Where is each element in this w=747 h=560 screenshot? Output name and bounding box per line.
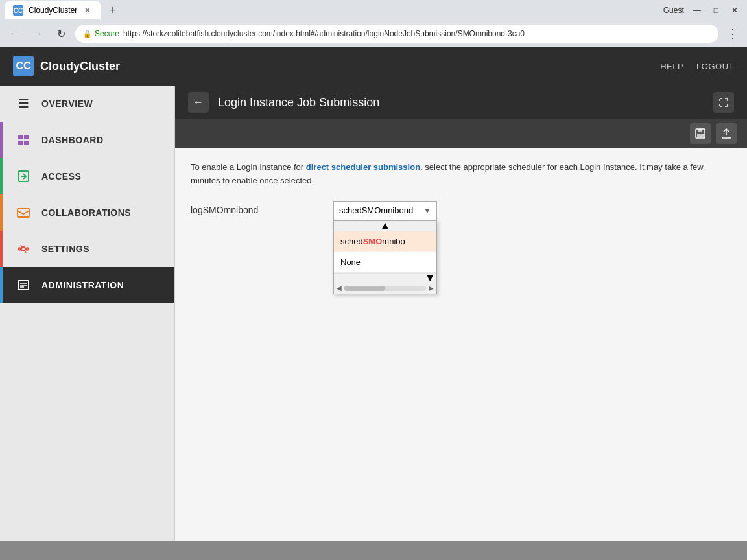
url-text: https://storkzeolitebatfish.cloudycluste… (123, 29, 525, 38)
address-bar: ← → ↻ 🔒 Secure https://storkzeolitebatfi… (0, 21, 747, 47)
instance-row: logSMOmnibond schedSMOmnibond ▼ ▲ schedS… (191, 201, 731, 220)
sidebar-item-label-administration: ADMINISTRATION (42, 280, 124, 290)
back-button[interactable]: ← (5, 25, 23, 43)
dashboard-icon (16, 132, 31, 148)
sidebar-item-settings[interactable]: SETTINGS (0, 231, 174, 267)
dropdown-arrow-icon: ▼ (423, 206, 431, 215)
scroll-left-icon[interactable]: ◀ (337, 285, 342, 292)
secure-badge: 🔒 Secure (83, 29, 119, 38)
upload-button[interactable] (716, 123, 737, 144)
help-link[interactable]: HELP (660, 62, 683, 71)
settings-icon (16, 241, 31, 257)
svg-rect-11 (698, 129, 702, 132)
main-layout: ☰ OVERVIEW DASHBOARD (0, 86, 747, 541)
nav-links: HELP LOGOUT (660, 62, 734, 71)
browser-tab[interactable]: CC CloudyCluster ✕ (5, 1, 101, 19)
scroll-down-button[interactable]: ▼ (334, 273, 436, 283)
sidebar-item-label-dashboard: DASHBOARD (42, 135, 104, 145)
secure-label: Secure (95, 29, 119, 38)
forward-button[interactable]: → (29, 25, 47, 43)
access-icon (16, 169, 31, 184)
svg-rect-3 (24, 141, 29, 145)
dropdown-popup: ▲ schedSMOmnibo None ▼ (333, 220, 437, 294)
logout-link[interactable]: LOGOUT (696, 62, 734, 71)
tab-title: CloudyCluster (29, 6, 77, 15)
sidebar-item-label-settings: SETTINGS (42, 244, 89, 254)
top-navbar: CC CloudyCluster HELP LOGOUT (0, 47, 747, 86)
title-bar: CC CloudyCluster ✕ + Guest — □ ✕ (0, 0, 747, 21)
new-tab-button[interactable]: + (103, 1, 121, 19)
toolbar (175, 119, 747, 148)
sidebar-item-label-collaborations: COLLABORATIONS (42, 207, 131, 218)
svg-rect-0 (18, 135, 23, 139)
dropdown-input[interactable]: schedSMOmnibond ▼ (333, 201, 437, 220)
scroll-down-icon: ▼ (425, 272, 435, 284)
svg-point-6 (21, 247, 25, 251)
scroll-right-icon[interactable]: ▶ (429, 285, 434, 292)
tab-favicon: CC (13, 5, 23, 16)
dropdown-option-sched[interactable]: schedSMOmnibo (334, 231, 436, 252)
dropdown-option-none[interactable]: None (334, 252, 436, 273)
svg-rect-5 (18, 209, 29, 217)
sidebar-item-overview[interactable]: ☰ OVERVIEW (0, 86, 174, 122)
sidebar: ☰ OVERVIEW DASHBOARD (0, 86, 175, 541)
highlight-smo: SMO (363, 237, 383, 246)
back-button[interactable]: ← (188, 92, 209, 113)
scroll-up-button[interactable]: ▲ (334, 221, 436, 231)
scroll-thumb (344, 286, 385, 291)
sidebar-item-label-access: ACCESS (42, 171, 81, 181)
highlight-text: direct scheduler submission (306, 162, 420, 172)
svg-rect-2 (18, 141, 23, 145)
user-label: Guest (663, 6, 684, 15)
sidebar-item-access[interactable]: ACCESS (0, 158, 174, 194)
sidebar-item-collaborations[interactable]: COLLABORATIONS (0, 194, 174, 231)
sidebar-item-label-overview: OVERVIEW (42, 99, 93, 109)
scroll-track (344, 286, 426, 291)
lock-icon: 🔒 (83, 30, 92, 38)
app-container: CC CloudyCluster HELP LOGOUT ☰ OVERVIEW (0, 47, 747, 541)
sidebar-item-dashboard[interactable]: DASHBOARD (0, 122, 174, 158)
horizontal-scrollbar[interactable]: ◀ ▶ (334, 283, 436, 294)
page-content: To enable a Login Instance for direct sc… (175, 148, 747, 541)
instance-label: logSMOmnibond (191, 201, 320, 215)
browser-chrome: CC CloudyCluster ✕ + Guest — □ ✕ ← → ↻ 🔒… (0, 0, 747, 47)
menu-icon: ☰ (16, 96, 31, 111)
title-bar-right: Guest — □ ✕ (663, 5, 742, 16)
content-header: ← Login Instance Job Submission (175, 86, 747, 119)
option-none-label: None (340, 257, 361, 267)
collaborations-icon (16, 205, 31, 220)
dropdown-container: schedSMOmnibond ▼ ▲ schedSMOmnibo Non (333, 201, 437, 220)
content-header-left: ← Login Instance Job Submission (188, 92, 379, 113)
close-button[interactable]: ✕ (728, 5, 742, 16)
tab-close-button[interactable]: ✕ (82, 5, 93, 16)
content-area: ← Login Instance Job Submission (175, 86, 747, 541)
expand-button[interactable] (713, 92, 734, 113)
minimize-button[interactable]: — (689, 5, 705, 16)
brand: CC CloudyCluster (13, 56, 120, 76)
svg-rect-1 (24, 135, 29, 139)
brand-name: CloudyCluster (40, 60, 120, 73)
refresh-button[interactable]: ↻ (52, 25, 70, 43)
browser-menu-button[interactable]: ⋮ (724, 25, 742, 43)
dropdown-value: schedSMOmnibond (339, 205, 413, 215)
content-title: Login Instance Job Submission (218, 96, 379, 110)
maximize-button[interactable]: □ (710, 5, 722, 16)
brand-logo: CC (13, 56, 34, 76)
scroll-up-icon: ▲ (380, 220, 390, 231)
title-bar-left: CC CloudyCluster ✕ + (5, 1, 121, 19)
address-input[interactable]: 🔒 Secure https://storkzeolitebatfish.clo… (75, 25, 718, 43)
svg-rect-12 (697, 134, 704, 137)
save-button[interactable] (690, 123, 711, 144)
description-text: To enable a Login Instance for direct sc… (191, 161, 722, 188)
administration-icon (16, 277, 31, 293)
sidebar-item-administration[interactable]: ADMINISTRATION (0, 267, 174, 303)
